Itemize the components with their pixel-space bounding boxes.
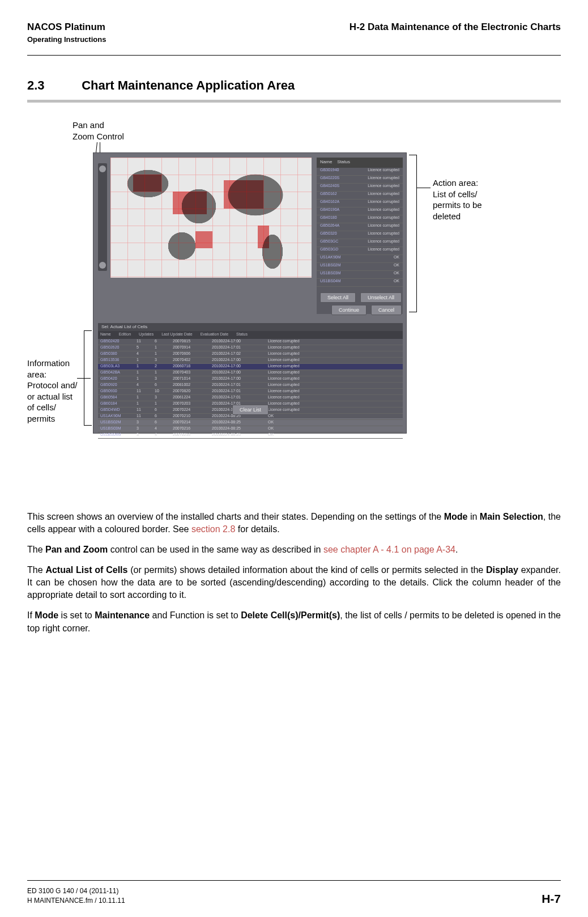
action-list-row[interactable]: US1BS04MOK (317, 279, 403, 287)
header-rule (27, 55, 561, 56)
callout-pan-zoom: Pan and Zoom Control (73, 120, 124, 142)
cancel-button[interactable]: Cancel (371, 305, 402, 315)
action-list-row[interactable]: GB50320Licence corrupted (317, 231, 403, 239)
info-list-row[interactable]: GB513536132007040220100224-17:00Licence … (98, 358, 403, 364)
information-area-panel: Sel: Actual List of Cells NameEditionUpd… (98, 323, 403, 418)
info-column-header[interactable]: Edition (119, 332, 131, 338)
section-heading: 2.3 Chart Maintenance Application Area (27, 78, 561, 93)
info-column-header[interactable]: Last Update Date (161, 332, 192, 338)
info-list-row[interactable]: US1BS03M342007021620100224-08:25OK (98, 426, 403, 432)
info-list-row[interactable]: GB50380412007060620100224-17:02Licence c… (98, 351, 403, 358)
action-list-row[interactable]: GB301940Licence corrupted (317, 168, 403, 176)
action-area-panel: Name Status GB301940Licence corruptedGB4… (317, 158, 403, 314)
action-list-row[interactable]: GB503GDLicence corrupted (317, 247, 403, 255)
info-list-row[interactable]: GB50920462008100220100224-17:01Licence c… (98, 383, 403, 389)
action-list-header[interactable]: Name Status (317, 158, 403, 168)
chart-grid-overlay (110, 158, 312, 278)
action-list-row[interactable]: GB40190ALicence corrupted (317, 207, 403, 215)
continue-button[interactable]: Continue (331, 305, 367, 315)
info-column-header[interactable]: Name (100, 332, 111, 338)
info-list-row[interactable]: GB5093011102007082020100224-17:01Licence… (98, 389, 403, 395)
action-list-row[interactable]: US1AK90MOK (317, 255, 403, 263)
section-rule (27, 100, 561, 103)
leader-line (77, 378, 91, 379)
action-list-row[interactable]: GB40240SLicence corrupted (317, 184, 403, 192)
doc-filename: H MAINTENANCE.fm / 10.11.11 (27, 896, 125, 906)
info-list-row[interactable]: GB503LA3122006071820100224-17:00Licence … (98, 364, 403, 370)
clear-list-button[interactable]: Clear List (232, 405, 269, 415)
page-number: H-7 (542, 892, 561, 906)
info-columns-header[interactable]: NameEditionUpdatesLast Update DateEvalua… (98, 331, 403, 339)
action-list-row[interactable]: US1BS02MOK (317, 263, 403, 271)
action-list-row[interactable]: GB40180Licence corrupted (317, 215, 403, 223)
info-list-row[interactable]: GB502620512007091420100224-17:01Licence … (98, 345, 403, 351)
app-screenshot: Name Status GB301940Licence corruptedGB4… (93, 152, 407, 434)
figure-area: Pan and Zoom Control Action area: List o… (27, 120, 561, 437)
action-list-row[interactable]: US1BS03MOK (317, 271, 403, 279)
callout-action-area: Action area: List of cells/ permits to b… (433, 177, 482, 222)
info-list-row[interactable]: GB5024201162007081520100224-17:00Licence… (98, 339, 403, 345)
info-panel-title: Sel: Actual List of Cells (98, 323, 403, 331)
body-text: This screen shows an overview of the ins… (27, 511, 561, 635)
page-footer: ED 3100 G 140 / 04 (2011-11) H MAINTENAN… (27, 880, 561, 906)
unselect-all-button[interactable]: Unselect All (360, 292, 402, 303)
doc-subtitle: Operating Instructions (27, 35, 561, 44)
link-section-2-8[interactable]: section 2.8 (191, 524, 235, 534)
info-column-header[interactable]: Status (236, 332, 248, 338)
doc-title: NACOS Platinum (27, 22, 105, 33)
select-all-button[interactable]: Select All (320, 292, 356, 303)
leader-line (417, 188, 431, 188)
action-list-row[interactable]: GB40220SLicence corrupted (317, 176, 403, 184)
action-list-row[interactable]: GB40162ALicence corrupted (317, 199, 403, 207)
bracket-right (409, 155, 417, 312)
pan-zoom-control[interactable] (98, 163, 107, 271)
info-list-row[interactable]: US1BS04M342007021620100224-08:25OK (98, 432, 403, 439)
action-list-row[interactable]: GB50264ALicence corrupted (317, 223, 403, 231)
callout-info-area: Information area: Protocol and/ or actua… (27, 358, 90, 424)
info-list-row[interactable]: GB50420132007101420100224-17:00Licence c… (98, 376, 403, 383)
doc-reference: ED 3100 G 140 / 04 (2011-11) (27, 886, 125, 896)
info-list-row[interactable]: GB60584132006122420100224-17:01Licence c… (98, 395, 403, 401)
action-list-row[interactable]: GB503GCLicence corrupted (317, 239, 403, 247)
chapter-title: H-2 Data Maintenance of the Electronic C… (350, 22, 561, 33)
section-title: Chart Maintenance Application Area (82, 78, 295, 92)
action-list-row[interactable]: GB50162Licence corrupted (317, 192, 403, 199)
info-list-row[interactable]: GB5042BA112007040320100224-17:00Licence … (98, 370, 403, 376)
info-list-row[interactable]: US1BS02M362007021420100224-08:25OK (98, 420, 403, 426)
link-chapter-a-4-1[interactable]: see chapter A - 4.1 on page A-34 (323, 545, 455, 554)
section-number: 2.3 (27, 78, 78, 93)
world-map-panel[interactable] (110, 158, 312, 278)
info-column-header[interactable]: Evaluation Date (201, 332, 228, 338)
info-column-header[interactable]: Updates (139, 332, 154, 338)
footer-rule (27, 880, 561, 881)
